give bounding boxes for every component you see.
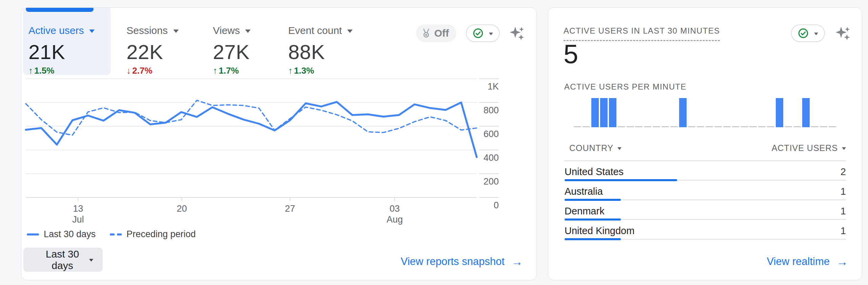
metric-label: Event count xyxy=(288,25,342,36)
metric-label: Active users xyxy=(28,25,84,36)
country-bar xyxy=(565,238,846,240)
off-badge-label: Off xyxy=(434,27,449,39)
metric-selector-active-users[interactable]: Active users xyxy=(28,25,111,36)
reports-snapshot-card: Active users 21K ↑ 1.5% Sessions 22K ↓ xyxy=(21,7,537,280)
metric-value: 21K xyxy=(28,42,111,63)
column-header-country[interactable]: COUNTRY xyxy=(569,143,622,153)
chevron-down-icon xyxy=(347,30,353,33)
country-name: United States xyxy=(565,166,624,177)
minute-empty-dash xyxy=(583,126,590,127)
tab-active-users[interactable]: Active users 21K ↑ 1.5% xyxy=(23,8,111,75)
data-quality-button[interactable] xyxy=(791,24,825,42)
country-name: United Kingdom xyxy=(565,225,634,236)
dashed-line-swatch-icon xyxy=(110,233,122,235)
country-users-value: 1 xyxy=(841,206,846,217)
svg-text:0: 0 xyxy=(494,200,499,210)
country-name: Australia xyxy=(565,186,603,197)
country-name: Denmark xyxy=(565,206,605,217)
per-minute-label: ACTIVE USERS PER MINUTE xyxy=(564,82,687,92)
legend-item-current: Last 30 days xyxy=(27,229,96,240)
minute-bar xyxy=(609,98,616,127)
metric-selector-event-count[interactable]: Event count xyxy=(288,25,353,36)
country-users-value: 1 xyxy=(841,186,846,197)
metric-label: Views xyxy=(213,25,240,36)
view-realtime-link[interactable]: View realtime → xyxy=(767,255,848,268)
tab-views[interactable]: Views 27K ↑ 1.7% xyxy=(213,8,251,76)
active-users-per-minute-chart[interactable] xyxy=(574,98,836,127)
minute-empty-dash xyxy=(662,126,669,127)
realtime-card: ACTIVE USERS IN LAST 30 MINUTES 5 ACTIVE… xyxy=(548,7,862,280)
minute-empty-dash xyxy=(670,126,678,127)
svg-text:1K: 1K xyxy=(488,81,499,92)
minute-empty-dash xyxy=(644,126,651,127)
metric-selector-sessions[interactable]: Sessions xyxy=(126,25,179,36)
metric-label: Sessions xyxy=(126,25,168,36)
metric-selector-views[interactable]: Views xyxy=(213,25,251,36)
chevron-down-icon xyxy=(814,33,818,35)
svg-text:03: 03 xyxy=(390,204,400,214)
check-circle-icon xyxy=(798,28,809,39)
chart-legend: Last 30 days Preceding period xyxy=(27,229,196,240)
card-controls xyxy=(791,24,851,42)
sort-caret-icon xyxy=(617,147,622,150)
arrow-right-icon: → xyxy=(511,256,523,267)
insights-sparkle-icon[interactable] xyxy=(509,25,525,41)
key-events-off-badge[interactable]: Off xyxy=(416,24,456,42)
active-users-trend-chart[interactable]: 02004006008001K13Jul202703Aug xyxy=(21,69,523,232)
minute-empty-dash xyxy=(574,126,581,127)
date-range-label: Last 30 days xyxy=(36,248,89,271)
view-reports-snapshot-link[interactable]: View reports snapshot → xyxy=(401,255,523,268)
minute-empty-dash xyxy=(697,126,704,127)
legend-item-preceding: Preceding period xyxy=(110,229,196,240)
tab-sessions[interactable]: Sessions 22K ↓ 2.7% xyxy=(126,8,179,76)
minute-empty-dash xyxy=(706,126,713,127)
minute-empty-dash xyxy=(758,126,766,127)
minute-empty-dash xyxy=(741,126,748,127)
minute-empty-dash xyxy=(635,126,643,127)
minute-bar xyxy=(591,98,599,127)
chevron-down-icon xyxy=(173,30,179,33)
legend-label: Preceding period xyxy=(126,229,196,240)
tab-event-count[interactable]: Event count 88K ↑ 1.3% xyxy=(288,8,353,76)
country-bar xyxy=(565,199,846,201)
svg-text:400: 400 xyxy=(484,153,499,163)
minute-empty-dash xyxy=(714,126,722,127)
analytics-home-overview: Active users 21K ↑ 1.5% Sessions 22K ↓ xyxy=(0,0,868,285)
minute-empty-dash xyxy=(723,126,731,127)
minute-bar xyxy=(802,98,810,127)
svg-text:20: 20 xyxy=(177,204,187,214)
card-controls: Off xyxy=(416,24,525,42)
country-bar xyxy=(565,218,846,221)
minute-bar xyxy=(600,98,608,127)
column-header-active-users[interactable]: ACTIVE USERS xyxy=(772,143,846,153)
minute-bar xyxy=(679,98,687,127)
metric-value: 27K xyxy=(213,42,251,63)
minute-empty-dash xyxy=(618,126,625,127)
metric-value: 22K xyxy=(126,42,179,63)
metric-value: 88K xyxy=(288,42,353,63)
arrow-right-icon: → xyxy=(836,256,848,267)
country-users-value: 1 xyxy=(841,225,846,236)
svg-text:13: 13 xyxy=(73,204,83,214)
date-range-selector[interactable]: Last 30 days xyxy=(23,248,103,272)
realtime-title: ACTIVE USERS IN LAST 30 MINUTES xyxy=(564,26,720,41)
minute-bar xyxy=(776,98,783,127)
active-tab-indicator xyxy=(26,8,94,12)
minute-empty-dash xyxy=(688,126,695,127)
active-users-30min-value: 5 xyxy=(564,40,578,68)
minute-empty-dash xyxy=(793,126,801,127)
country-users-value: 2 xyxy=(841,166,846,177)
legend-label: Last 30 days xyxy=(44,229,96,240)
chevron-down-icon xyxy=(89,30,95,33)
svg-text:600: 600 xyxy=(484,129,499,139)
check-circle-icon xyxy=(473,28,484,39)
minute-empty-dash xyxy=(627,126,634,127)
key-events-medal-icon xyxy=(421,28,432,39)
data-quality-button[interactable] xyxy=(466,24,500,42)
chevron-down-icon xyxy=(89,259,93,262)
minute-empty-dash xyxy=(811,126,818,127)
svg-text:200: 200 xyxy=(484,176,499,187)
insights-sparkle-icon[interactable] xyxy=(835,25,851,41)
minute-empty-dash xyxy=(767,126,774,127)
minute-empty-dash xyxy=(785,126,792,127)
